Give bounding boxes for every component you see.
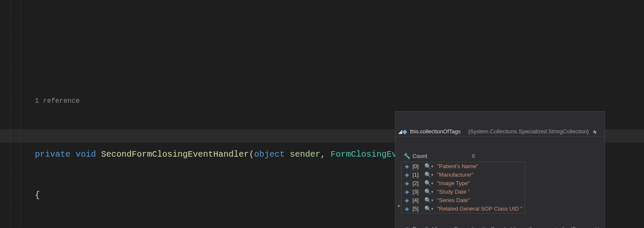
code-editor[interactable]: 1 reference private void SecondFormClosi… (0, 0, 644, 228)
chevron-down-icon[interactable]: ▾ (431, 171, 435, 179)
datatip-row[interactable]: ◈[2]🔍▾"Image Type" (401, 179, 525, 188)
datatip-row[interactable]: ◈[0]🔍▾"Patient's Name" (401, 162, 525, 171)
chevron-down-icon[interactable]: ▾ (431, 197, 435, 204)
chevron-down-icon[interactable]: ▾ (431, 188, 435, 196)
field-icon: ◈ (404, 180, 410, 187)
debug-datatip-results[interactable]: ◈[0]🔍▾"Patient's Name"◈[1]🔍▾"Manufacture… (401, 162, 525, 214)
codelens-references[interactable]: 1 reference (0, 96, 644, 107)
field-icon: ◈ (404, 163, 410, 170)
chevron-down-icon[interactable]: ▾ (431, 163, 435, 170)
wrench-icon: 🔧 (404, 152, 410, 160)
field-icon: ◈ (404, 197, 410, 204)
magnifier-icon[interactable]: 🔍 (424, 197, 430, 204)
expander-collapsed-icon[interactable]: ◢ (398, 128, 402, 135)
datatip-type: {System.Collections.Specialized.StringCo… (468, 128, 589, 135)
datatip-row[interactable]: 🔧Count6 (395, 152, 604, 160)
field-icon: ◈ (404, 188, 410, 196)
field-icon: ◈ (404, 171, 410, 179)
datatip-row[interactable]: ◈[1]🔍▾"Manufacturer" (401, 171, 525, 179)
magnifier-icon[interactable]: 🔍 (424, 163, 430, 170)
magnifier-icon[interactable]: 🔍 (424, 188, 430, 196)
magnifier-icon[interactable]: 🔍 (424, 205, 430, 213)
results-icon: ◉ (404, 225, 410, 228)
pin-icon[interactable] (592, 128, 597, 135)
datatip-row[interactable]: ◈[4]🔍▾"Series Date" (401, 196, 525, 205)
datatip-title: this.collectionOfTags (410, 128, 460, 135)
magnifier-icon[interactable]: 🔍 (424, 180, 430, 187)
field-icon (402, 128, 407, 135)
chevron-down-icon[interactable]: ▾ (431, 205, 435, 213)
datatip-row[interactable]: ◢◉Results ViewExpanding the Results View… (395, 225, 604, 228)
datatip-row[interactable]: ◈[5]🔍▾"Related General SOP Class UID " (401, 205, 525, 213)
field-icon: ◈ (404, 205, 410, 213)
svg-rect-0 (402, 129, 407, 134)
expander-icon[interactable]: ◢ (398, 225, 403, 228)
chevron-down-icon[interactable]: ▾ (431, 180, 435, 187)
magnifier-icon[interactable]: 🔍 (424, 171, 430, 179)
datatip-row[interactable]: ◈[3]🔍▾"Study Date " (401, 188, 525, 196)
